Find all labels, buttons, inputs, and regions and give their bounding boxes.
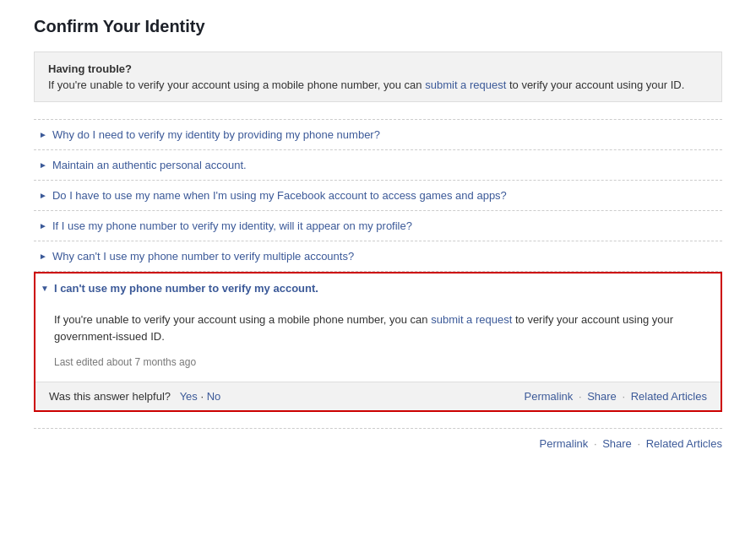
faq-item-4: ► If I use my phone number to verify my … (34, 211, 722, 241)
helpful-bar: Was this answer helpful? Yes · No Permal… (35, 382, 721, 410)
faq-question-6[interactable]: ▼ I can't use my phone number to verify … (35, 274, 721, 303)
helpful-yes[interactable]: Yes (180, 390, 198, 403)
sep1: · (575, 390, 585, 403)
helpful-left: Was this answer helpful? Yes · No (49, 390, 220, 403)
last-edited: Last edited about 7 months ago (54, 355, 707, 370)
faq-link-5[interactable]: Why can't I use my phone number to verif… (52, 250, 354, 263)
faq-arrow-3: ► (39, 191, 47, 200)
bottom-sep1: · (590, 437, 600, 450)
faq-question-3[interactable]: ► Do I have to use my name when I'm usin… (34, 181, 722, 210)
helpful-permalink[interactable]: Permalink (524, 390, 573, 403)
faq-answer-text: If you're unable to verify your account … (54, 311, 707, 344)
faq-link-6[interactable]: I can't use my phone number to verify my… (54, 282, 318, 295)
faq-item-5: ► Why can't I use my phone number to ver… (34, 241, 722, 272)
answer-link[interactable]: submit a request (431, 313, 512, 326)
faq-arrow-5: ► (39, 252, 47, 261)
helpful-right-links: Permalink · Share · Related Articles (524, 390, 707, 403)
faq-arrow-4: ► (39, 221, 47, 230)
faq-arrow-6: ▼ (41, 284, 49, 293)
faq-item-6-active: ▼ I can't use my phone number to verify … (34, 272, 722, 412)
faq-item-2: ► Maintain an authentic personal account… (34, 150, 722, 181)
faq-item-1: ► Why do I need to verify my identity by… (34, 120, 722, 150)
faq-link-1[interactable]: Why do I need to verify my identity by p… (52, 128, 380, 141)
helpful-separator: · (200, 390, 206, 403)
helpful-label: Was this answer helpful? (49, 390, 171, 403)
faq-arrow-1: ► (39, 130, 47, 139)
bottom-links: Permalink · Share · Related Articles (34, 428, 722, 467)
faq-list: ► Why do I need to verify my identity by… (34, 119, 722, 412)
helpful-no[interactable]: No (207, 390, 221, 403)
sep2: · (619, 390, 628, 403)
trouble-text: If you're unable to verify your account … (48, 79, 708, 91)
page-title: Confirm Your Identity (34, 17, 722, 36)
trouble-text-before: If you're unable to verify your account … (48, 79, 425, 91)
helpful-share[interactable]: Share (587, 390, 617, 403)
bottom-permalink[interactable]: Permalink (539, 437, 588, 450)
helpful-related-articles[interactable]: Related Articles (631, 390, 707, 403)
faq-question-4[interactable]: ► If I use my phone number to verify my … (34, 211, 722, 241)
faq-arrow-2: ► (39, 160, 47, 170)
trouble-box: Having trouble? If you're unable to veri… (34, 51, 722, 102)
trouble-text-after: to verify your account using your ID. (506, 79, 684, 91)
bottom-share[interactable]: Share (602, 437, 632, 450)
faq-question-1[interactable]: ► Why do I need to verify my identity by… (34, 120, 722, 149)
faq-item-3: ► Do I have to use my name when I'm usin… (34, 181, 722, 211)
answer-text-before: If you're unable to verify your account … (54, 313, 431, 326)
faq-question-2[interactable]: ► Maintain an authentic personal account… (34, 150, 722, 180)
bottom-sep2: · (634, 437, 644, 450)
faq-link-4[interactable]: If I use my phone number to verify my id… (52, 219, 412, 232)
trouble-link[interactable]: submit a request (425, 79, 506, 91)
faq-link-3[interactable]: Do I have to use my name when I'm using … (52, 189, 507, 202)
bottom-related-articles[interactable]: Related Articles (646, 437, 722, 450)
faq-answer-6: If you're unable to verify your account … (35, 303, 721, 382)
faq-question-5[interactable]: ► Why can't I use my phone number to ver… (34, 241, 722, 271)
faq-link-2[interactable]: Maintain an authentic personal account. (52, 159, 247, 171)
trouble-heading: Having trouble? (48, 62, 708, 75)
